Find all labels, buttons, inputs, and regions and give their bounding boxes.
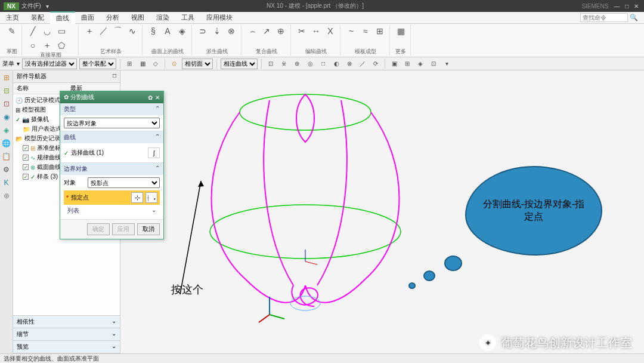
smooth-icon[interactable]: ~ xyxy=(345,25,357,37)
type-select[interactable]: 按边界对象 xyxy=(64,118,160,128)
composite-icon[interactable]: ⊕ xyxy=(275,25,287,37)
section-boundary[interactable]: 边界对象⌃ xyxy=(60,163,163,175)
minimize-icon[interactable]: — xyxy=(614,3,620,10)
tab-surface[interactable]: 曲面 xyxy=(75,12,100,23)
helix-icon[interactable]: § xyxy=(147,25,159,37)
list-section[interactable]: 列表⌄ xyxy=(64,205,160,217)
length-icon[interactable]: ↔ xyxy=(310,25,322,37)
section-details[interactable]: 细节⌄ xyxy=(13,328,120,341)
tool-btn-1[interactable]: ⊞ xyxy=(124,59,135,69)
wireframe-icon[interactable]: ⊙ xyxy=(169,59,179,69)
curve-rule-icon[interactable]: ∫ xyxy=(148,147,160,158)
graphics-canvas[interactable]: 按这个 分割曲线-按边界对象-指定点 xyxy=(120,70,644,353)
maximize-icon[interactable]: □ xyxy=(625,3,628,10)
tbtn-b[interactable]: ※ xyxy=(278,59,289,69)
menu-button[interactable]: 菜单 xyxy=(2,60,14,68)
tbtn-j[interactable]: ▣ xyxy=(389,59,400,69)
template-icon[interactable]: ⊞ xyxy=(374,25,386,37)
surf-curve-icon[interactable]: ◈ xyxy=(176,25,188,37)
ok-button[interactable]: 确定 xyxy=(87,223,110,235)
dialog-wrench-icon[interactable]: ✿ xyxy=(148,94,153,101)
section-type[interactable]: 类型⌃ xyxy=(60,103,163,115)
tab-curve[interactable]: 曲线 xyxy=(50,11,75,24)
roles-icon[interactable]: K xyxy=(2,178,11,187)
constraint-icon[interactable]: ⊡ xyxy=(2,99,11,109)
tab-home[interactable]: 主页 xyxy=(0,12,25,23)
tbtn-c[interactable]: ⊕ xyxy=(292,59,302,69)
tbtn-h[interactable]: ／ xyxy=(357,59,368,69)
apply-button[interactable]: 应用 xyxy=(112,223,135,235)
tbtn-a[interactable]: ⊡ xyxy=(265,59,276,69)
section-curve[interactable]: 曲线⌃ xyxy=(60,131,163,143)
close-icon[interactable]: ✕ xyxy=(634,3,639,10)
misc-icon[interactable]: ⊕ xyxy=(2,191,11,201)
sketch-icon[interactable]: ✎ xyxy=(6,25,18,37)
tbtn-n[interactable]: ▾ xyxy=(441,59,452,69)
tool-btn-2[interactable]: ▦ xyxy=(137,59,148,69)
bridge-icon[interactable]: ⌢ xyxy=(246,25,258,37)
tab-app[interactable]: 应用模块 xyxy=(200,12,239,23)
history-icon[interactable]: 📋 xyxy=(2,152,11,161)
status-bar: 选择要相交的曲线、曲面或基准平面 xyxy=(0,353,644,363)
text-icon[interactable]: A xyxy=(162,25,174,37)
tab-view[interactable]: 视图 xyxy=(125,12,150,23)
tab-analyze[interactable]: 分析 xyxy=(100,12,125,23)
dialog-close-icon[interactable]: ✕ xyxy=(155,94,160,101)
browser-icon[interactable]: 🌐 xyxy=(2,139,11,148)
plus-icon[interactable]: + xyxy=(41,39,53,51)
specify-point-row[interactable]: * 指定点 ⊹ ⟊ ▾ xyxy=(64,190,160,205)
arc2-icon[interactable]: ⌒ xyxy=(112,25,124,37)
view-triad[interactable] xyxy=(258,294,287,324)
command-search[interactable]: 🔍 xyxy=(580,13,638,22)
system-icon[interactable]: ⚙ xyxy=(2,165,11,174)
tbtn-e[interactable]: □ xyxy=(318,59,329,69)
file-menu[interactable]: 文件(F) xyxy=(21,2,41,10)
extend-icon[interactable]: ↗ xyxy=(261,25,273,37)
cancel-button[interactable]: 取消 xyxy=(137,223,160,235)
search-input[interactable] xyxy=(580,13,628,22)
tbtn-f[interactable]: ◐ xyxy=(331,59,342,69)
tbtn-i[interactable]: ⟳ xyxy=(370,59,381,69)
xform-icon[interactable]: X xyxy=(324,25,336,37)
section-dependency[interactable]: 相依性⌄ xyxy=(13,316,120,328)
project-icon[interactable]: ⇣ xyxy=(211,25,223,37)
arc-icon[interactable]: ◡ xyxy=(41,25,53,37)
offset-icon[interactable]: ⊃ xyxy=(197,25,209,37)
point-icon[interactable]: + xyxy=(83,25,95,37)
circle-icon[interactable]: ○ xyxy=(27,39,39,51)
panel-options-icon[interactable]: □ xyxy=(113,72,116,81)
line2-icon[interactable]: ／ xyxy=(98,25,110,37)
scope-select[interactable]: 整个装配 xyxy=(79,59,116,69)
filter-select[interactable]: 没有选择过滤器 xyxy=(22,59,77,69)
point-dialog-button[interactable]: ⟊ ▾ xyxy=(145,192,157,203)
search-icon[interactable]: 🔍 xyxy=(630,14,638,21)
reuse-icon[interactable]: ◉ xyxy=(2,112,11,122)
col-name[interactable]: 名称 xyxy=(13,83,67,94)
tbtn-m[interactable]: ⊡ xyxy=(428,59,439,69)
polygon-icon[interactable]: ⬠ xyxy=(55,39,67,51)
select-curve-label[interactable]: 选择曲线 (1) xyxy=(71,149,104,157)
trim-icon[interactable]: ✂ xyxy=(296,25,308,37)
line-icon[interactable]: ╱ xyxy=(27,25,39,37)
section-preview[interactable]: 预览⌄ xyxy=(13,341,120,353)
intersect-icon[interactable]: ⊗ xyxy=(225,25,237,37)
smooth2-icon[interactable]: ≈ xyxy=(360,25,371,37)
hd3d-icon[interactable]: ◈ xyxy=(2,125,11,135)
nav-icon[interactable]: ⊞ xyxy=(2,73,11,82)
tab-tools[interactable]: 工具 xyxy=(175,12,200,23)
point-constructor-button[interactable]: ⊹ xyxy=(131,192,143,203)
tbtn-g[interactable]: ⊗ xyxy=(344,59,355,69)
similar-select[interactable]: 相切面 xyxy=(182,59,213,69)
tbtn-k[interactable]: ⊞ xyxy=(402,59,413,69)
rect-icon[interactable]: ▭ xyxy=(55,25,67,37)
tbtn-l[interactable]: ◈ xyxy=(415,59,426,69)
object-select[interactable]: 投影点 xyxy=(88,177,160,188)
assembly-nav-icon[interactable]: ⊟ xyxy=(2,86,11,96)
tab-assembly[interactable]: 装配 xyxy=(25,12,50,23)
curve-rule-select[interactable]: 相连曲线 xyxy=(221,59,258,69)
spline-icon[interactable]: ∿ xyxy=(126,25,138,37)
tbtn-d[interactable]: ◎ xyxy=(305,59,315,69)
tool-btn-3[interactable]: ◇ xyxy=(150,59,161,69)
tab-render[interactable]: 渲染 xyxy=(150,12,175,23)
more-icon[interactable]: ▦ xyxy=(395,25,407,37)
